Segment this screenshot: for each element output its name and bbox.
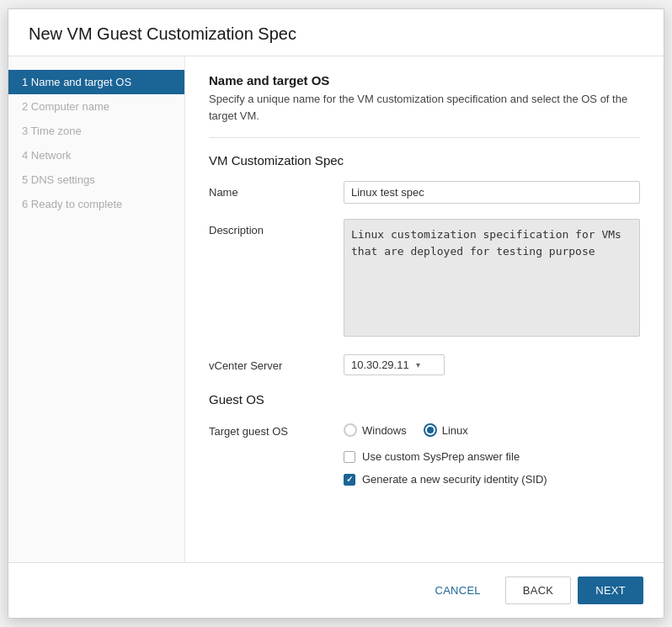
description-row: Description [209, 219, 640, 339]
sidebar-item-dns-settings[interactable]: 5 DNS settings [8, 167, 184, 192]
dialog: New VM Guest Customization Spec 1 Name a… [8, 8, 664, 619]
dialog-title: New VM Guest Customization Spec [8, 9, 664, 56]
os-checkbox-group: Use custom SysPrep answer file Generate … [344, 450, 640, 486]
description-input[interactable] [344, 219, 640, 337]
description-label: Description [209, 219, 344, 236]
linux-radio-label: Linux [442, 424, 468, 437]
sysprep-checkbox [344, 451, 355, 463]
section-subtitle: Specify a unique name for the VM customi… [209, 91, 640, 124]
name-label: Name [209, 181, 344, 199]
back-button[interactable]: BACK [505, 577, 571, 604]
sidebar-item-computer-name[interactable]: 2 Computer name [8, 94, 184, 119]
windows-radio-label: Windows [362, 424, 407, 437]
vcenter-select-wrap: 10.30.29.11 ▾ [344, 354, 640, 375]
vcenter-value: 10.30.29.11 [351, 359, 409, 371]
sidebar: 1 Name and target OS 2 Computer name 3 T… [8, 56, 185, 562]
os-radio-group: Windows Linux [344, 420, 640, 437]
windows-radio-circle [344, 423, 357, 437]
linux-radio-circle [424, 423, 437, 437]
sidebar-item-ready-to-complete[interactable]: 6 Ready to complete [8, 192, 184, 216]
sysprep-checkbox-label: Use custom SysPrep answer file [362, 450, 520, 463]
sid-checkbox-label: Generate a new security identity (SID) [362, 473, 547, 486]
cancel-button[interactable]: CANCEL [418, 577, 499, 604]
sid-checkbox-option[interactable]: Generate a new security identity (SID) [344, 473, 640, 486]
next-button[interactable]: NEXT [578, 577, 643, 604]
target-guest-os-controls: Windows Linux Use custom SysPrep answer … [344, 420, 640, 486]
name-input[interactable] [344, 181, 640, 204]
vcenter-row: vCenter Server 10.30.29.11 ▾ [209, 354, 640, 375]
divider [209, 137, 640, 138]
sidebar-item-network[interactable]: 4 Network [8, 143, 184, 167]
sidebar-item-name-target-os[interactable]: 1 Name and target OS [8, 70, 184, 94]
target-guest-os-label: Target guest OS [209, 420, 344, 438]
dialog-body: 1 Name and target OS 2 Computer name 3 T… [8, 56, 664, 562]
dialog-footer: CANCEL BACK NEXT [8, 562, 664, 618]
name-input-wrap [344, 181, 640, 204]
sid-checkbox [344, 474, 355, 486]
chevron-down-icon: ▾ [416, 360, 420, 369]
vcenter-select[interactable]: 10.30.29.11 ▾ [344, 354, 445, 375]
vcenter-label: vCenter Server [209, 354, 344, 372]
sysprep-checkbox-option[interactable]: Use custom SysPrep answer file [344, 450, 640, 463]
target-guest-os-row: Target guest OS Windows Linux [209, 420, 640, 486]
description-input-wrap [344, 219, 640, 339]
guest-os-title: Guest OS [209, 392, 640, 406]
sidebar-item-time-zone[interactable]: 3 Time zone [8, 119, 184, 143]
guest-os-section: Guest OS Target guest OS Windows Linux [209, 392, 640, 486]
linux-radio-option[interactable]: Linux [424, 423, 468, 437]
windows-radio-option[interactable]: Windows [344, 423, 407, 437]
vm-spec-title: VM Customization Spec [209, 153, 640, 167]
main-content: Name and target OS Specify a unique name… [185, 56, 664, 562]
name-row: Name [209, 181, 640, 204]
section-title: Name and target OS [209, 73, 640, 88]
